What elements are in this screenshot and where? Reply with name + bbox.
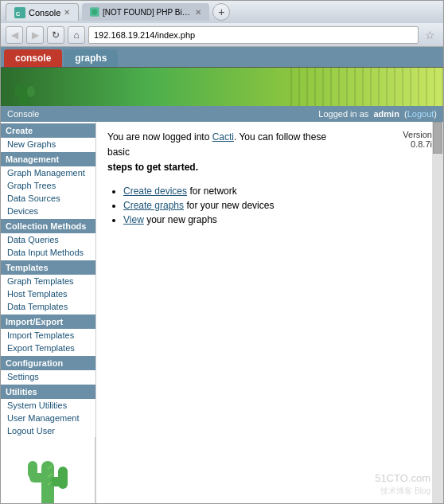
- sidebar-item-host-templates[interactable]: Host Templates: [1, 287, 95, 300]
- sidebar-item-data-input-methods[interactable]: Data Input Methods: [1, 246, 95, 259]
- step-link-view-graphs[interactable]: View: [123, 214, 144, 225]
- sidebar-item-user-management[interactable]: User Management: [1, 412, 95, 424]
- scrollbar[interactable]: [432, 122, 443, 503]
- address-text: 192.168.19.214/index.php: [94, 30, 195, 40]
- forward-button[interactable]: ▶: [26, 26, 44, 44]
- cactus-illustration: [20, 445, 76, 503]
- tab-console-label: console: [15, 53, 51, 64]
- sidebar-item-graph-management[interactable]: Graph Management: [1, 166, 95, 179]
- navigation-toolbar: ◀ ▶ ↻ ⌂ 192.168.19.214/index.php ☆: [1, 23, 443, 47]
- version-number: 0.8.7i: [411, 139, 432, 149]
- sidebar-item-import-templates[interactable]: Import Templates: [1, 329, 95, 342]
- content-area: CreateNew GraphsManagementGraph Manageme…: [1, 122, 443, 503]
- address-bar[interactable]: 192.168.19.214/index.php: [88, 26, 419, 44]
- title-bar: C Console ✕ [NOT FOUND] PHP Binary P... …: [1, 1, 443, 23]
- step-link-create-graphs[interactable]: Create graphs: [123, 200, 184, 211]
- sidebar-item-devices[interactable]: Devices: [1, 205, 95, 217]
- notfound-tab-label: [NOT FOUND] PHP Binary P...: [103, 8, 192, 17]
- sidebar-section-utilities: Utilities: [1, 385, 95, 399]
- tab-graphs-label: graphs: [75, 53, 107, 64]
- sidebar-item-system-utilities[interactable]: System Utilities: [1, 399, 95, 412]
- bookmark-button[interactable]: ☆: [422, 29, 438, 41]
- back-button[interactable]: ◀: [6, 26, 23, 44]
- sidebar-item-graph-trees[interactable]: Graph Trees: [1, 179, 95, 192]
- steps-list: Create devices for networkCreate graphs …: [123, 186, 432, 225]
- logout-link[interactable]: Logout: [407, 109, 434, 119]
- sidebar-item-export-templates[interactable]: Export Templates: [1, 342, 95, 354]
- watermark-sub: 技术博客 Blog: [375, 486, 430, 497]
- browser-tab-notfound[interactable]: [NOT FOUND] PHP Binary P... ✕: [82, 3, 209, 21]
- login-info: Logged in as admin (Logout): [318, 109, 437, 119]
- sidebar-item-logout-user[interactable]: Logout User: [1, 424, 95, 437]
- header-banner: [1, 68, 443, 106]
- sidebar-item-data-sources[interactable]: Data Sources: [1, 192, 95, 205]
- sidebar-section-collection-methods: Collection Methods: [1, 219, 95, 233]
- version-label: Version: [403, 130, 432, 139]
- step-item-create-graphs: Create graphs for your new devices: [123, 200, 432, 211]
- console-tab-label: Console: [29, 8, 60, 18]
- step-link-create-devices[interactable]: Create devices: [123, 186, 187, 197]
- app-tabs-bar: console graphs: [1, 47, 443, 68]
- step-item-view-graphs: View your new graphs: [123, 214, 432, 225]
- sidebar-container: CreateNew GraphsManagementGraph Manageme…: [1, 122, 96, 503]
- content-header: You are now logged into Cacti. You can f…: [107, 130, 432, 176]
- sidebar-section-management: Management: [1, 152, 95, 166]
- cactus-image-area: [1, 437, 95, 503]
- welcome-line1: You are now logged into: [107, 131, 212, 143]
- banner-logo: [1, 68, 96, 106]
- console-tab-icon: C: [14, 7, 25, 18]
- sidebar-section-templates: Templates: [1, 260, 95, 275]
- notfound-tab-close[interactable]: ✕: [195, 8, 201, 17]
- sidebar-section-import-export: Import/Export: [1, 315, 95, 329]
- step-item-create-devices: Create devices for network: [123, 186, 432, 197]
- tab-console[interactable]: console: [4, 49, 62, 67]
- svg-point-7: [27, 86, 35, 97]
- svg-rect-10: [28, 461, 37, 479]
- app-name-link[interactable]: Cacti: [212, 131, 234, 143]
- sidebar-item-settings[interactable]: Settings: [1, 370, 95, 383]
- svg-point-6: [14, 84, 22, 96]
- welcome-text: You are now logged into Cacti. You can f…: [107, 130, 330, 176]
- logged-in-bar: Console Logged in as admin (Logout): [1, 106, 443, 122]
- home-button[interactable]: ⌂: [68, 26, 85, 44]
- username: admin: [373, 109, 399, 119]
- tab-graphs[interactable]: graphs: [64, 49, 118, 67]
- notfound-tab-icon: [90, 6, 99, 18]
- sidebar-item-data-templates[interactable]: Data Templates: [1, 300, 95, 313]
- sidebar-item-graph-templates[interactable]: Graph Templates: [1, 275, 95, 287]
- version-info: Version 0.8.7i: [403, 130, 432, 149]
- welcome-line3: steps to get started.: [107, 162, 198, 173]
- sidebar-section-create: Create: [1, 123, 95, 138]
- browser-window: C Console ✕ [NOT FOUND] PHP Binary P... …: [0, 0, 444, 504]
- main-content: You are now logged into Cacti. You can f…: [96, 122, 443, 503]
- watermark-site: 51CTO.com: [375, 471, 430, 486]
- new-tab-button[interactable]: +: [212, 3, 230, 21]
- svg-rect-12: [58, 467, 68, 489]
- console-label: Console: [7, 109, 39, 119]
- sidebar: CreateNew GraphsManagementGraph Manageme…: [1, 122, 96, 437]
- svg-text:C: C: [16, 10, 21, 17]
- svg-point-3: [92, 9, 98, 14]
- watermark: 51CTO.com 技术博客 Blog: [375, 471, 430, 497]
- console-tab-close[interactable]: ✕: [64, 8, 70, 17]
- sidebar-section-configuration: Configuration: [1, 356, 95, 370]
- browser-tab-console[interactable]: C Console ✕: [6, 3, 79, 21]
- scroll-thumb[interactable]: [433, 122, 442, 154]
- reload-button[interactable]: ↻: [47, 26, 64, 44]
- sidebar-item-new-graphs[interactable]: New Graphs: [1, 138, 95, 150]
- sidebar-item-data-queries[interactable]: Data Queries: [1, 233, 95, 246]
